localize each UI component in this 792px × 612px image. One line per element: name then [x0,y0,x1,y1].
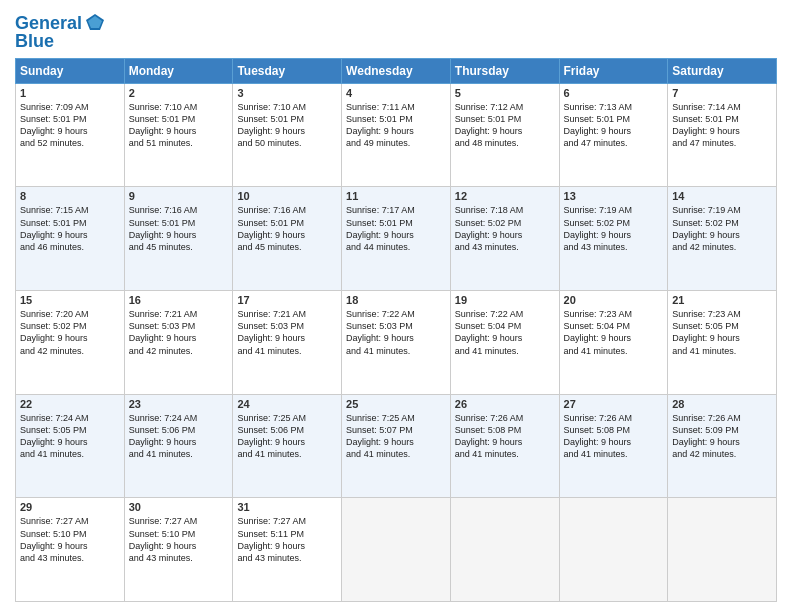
day-number: 14 [672,190,772,202]
calendar-cell: 18Sunrise: 7:22 AMSunset: 5:03 PMDayligh… [342,291,451,395]
cell-info: Sunrise: 7:22 AMSunset: 5:03 PMDaylight:… [346,309,415,355]
calendar-cell: 10Sunrise: 7:16 AMSunset: 5:01 PMDayligh… [233,187,342,291]
day-number: 8 [20,190,120,202]
day-number: 29 [20,501,120,513]
day-number: 20 [564,294,664,306]
day-number: 5 [455,87,555,99]
calendar-cell: 14Sunrise: 7:19 AMSunset: 5:02 PMDayligh… [668,187,777,291]
logo-blue: Blue [15,32,106,52]
col-friday: Friday [559,58,668,83]
cell-info: Sunrise: 7:19 AMSunset: 5:02 PMDaylight:… [672,205,741,251]
cell-info: Sunrise: 7:12 AMSunset: 5:01 PMDaylight:… [455,102,524,148]
cell-info: Sunrise: 7:21 AMSunset: 5:03 PMDaylight:… [129,309,198,355]
day-number: 10 [237,190,337,202]
cell-info: Sunrise: 7:20 AMSunset: 5:02 PMDaylight:… [20,309,89,355]
cell-info: Sunrise: 7:25 AMSunset: 5:07 PMDaylight:… [346,413,415,459]
logo-flag-icon [84,12,106,34]
cell-info: Sunrise: 7:24 AMSunset: 5:05 PMDaylight:… [20,413,89,459]
day-number: 3 [237,87,337,99]
cell-info: Sunrise: 7:10 AMSunset: 5:01 PMDaylight:… [129,102,198,148]
cell-info: Sunrise: 7:26 AMSunset: 5:08 PMDaylight:… [564,413,633,459]
col-sunday: Sunday [16,58,125,83]
day-number: 28 [672,398,772,410]
day-number: 12 [455,190,555,202]
day-number: 27 [564,398,664,410]
calendar-week-row: 29Sunrise: 7:27 AMSunset: 5:10 PMDayligh… [16,498,777,602]
cell-info: Sunrise: 7:21 AMSunset: 5:03 PMDaylight:… [237,309,306,355]
cell-info: Sunrise: 7:22 AMSunset: 5:04 PMDaylight:… [455,309,524,355]
calendar-cell [450,498,559,602]
cell-info: Sunrise: 7:27 AMSunset: 5:10 PMDaylight:… [129,516,198,562]
calendar-table: Sunday Monday Tuesday Wednesday Thursday… [15,58,777,602]
cell-info: Sunrise: 7:13 AMSunset: 5:01 PMDaylight:… [564,102,633,148]
cell-info: Sunrise: 7:09 AMSunset: 5:01 PMDaylight:… [20,102,89,148]
calendar-cell: 13Sunrise: 7:19 AMSunset: 5:02 PMDayligh… [559,187,668,291]
cell-info: Sunrise: 7:17 AMSunset: 5:01 PMDaylight:… [346,205,415,251]
day-number: 22 [20,398,120,410]
calendar-cell: 19Sunrise: 7:22 AMSunset: 5:04 PMDayligh… [450,291,559,395]
day-number: 18 [346,294,446,306]
col-tuesday: Tuesday [233,58,342,83]
day-number: 19 [455,294,555,306]
cell-info: Sunrise: 7:15 AMSunset: 5:01 PMDaylight:… [20,205,89,251]
day-number: 6 [564,87,664,99]
cell-info: Sunrise: 7:14 AMSunset: 5:01 PMDaylight:… [672,102,741,148]
cell-info: Sunrise: 7:18 AMSunset: 5:02 PMDaylight:… [455,205,524,251]
calendar-cell [342,498,451,602]
calendar-cell: 21Sunrise: 7:23 AMSunset: 5:05 PMDayligh… [668,291,777,395]
col-monday: Monday [124,58,233,83]
calendar-week-row: 8Sunrise: 7:15 AMSunset: 5:01 PMDaylight… [16,187,777,291]
calendar-cell: 30Sunrise: 7:27 AMSunset: 5:10 PMDayligh… [124,498,233,602]
logo: General Blue [15,10,106,52]
page: General Blue Sunday Monday Tuesday We [0,0,792,612]
day-number: 13 [564,190,664,202]
calendar-week-row: 22Sunrise: 7:24 AMSunset: 5:05 PMDayligh… [16,394,777,498]
calendar-cell: 31Sunrise: 7:27 AMSunset: 5:11 PMDayligh… [233,498,342,602]
day-number: 31 [237,501,337,513]
cell-info: Sunrise: 7:26 AMSunset: 5:09 PMDaylight:… [672,413,741,459]
day-number: 24 [237,398,337,410]
calendar-cell: 3Sunrise: 7:10 AMSunset: 5:01 PMDaylight… [233,83,342,187]
calendar-cell: 2Sunrise: 7:10 AMSunset: 5:01 PMDaylight… [124,83,233,187]
day-number: 17 [237,294,337,306]
calendar-cell: 7Sunrise: 7:14 AMSunset: 5:01 PMDaylight… [668,83,777,187]
calendar-cell: 24Sunrise: 7:25 AMSunset: 5:06 PMDayligh… [233,394,342,498]
calendar-cell: 11Sunrise: 7:17 AMSunset: 5:01 PMDayligh… [342,187,451,291]
col-saturday: Saturday [668,58,777,83]
calendar-cell: 27Sunrise: 7:26 AMSunset: 5:08 PMDayligh… [559,394,668,498]
calendar-cell: 5Sunrise: 7:12 AMSunset: 5:01 PMDaylight… [450,83,559,187]
day-number: 25 [346,398,446,410]
cell-info: Sunrise: 7:27 AMSunset: 5:10 PMDaylight:… [20,516,89,562]
cell-info: Sunrise: 7:27 AMSunset: 5:11 PMDaylight:… [237,516,306,562]
day-number: 1 [20,87,120,99]
calendar-cell [559,498,668,602]
cell-info: Sunrise: 7:24 AMSunset: 5:06 PMDaylight:… [129,413,198,459]
day-number: 21 [672,294,772,306]
calendar-cell: 23Sunrise: 7:24 AMSunset: 5:06 PMDayligh… [124,394,233,498]
calendar-cell: 28Sunrise: 7:26 AMSunset: 5:09 PMDayligh… [668,394,777,498]
calendar-cell: 1Sunrise: 7:09 AMSunset: 5:01 PMDaylight… [16,83,125,187]
col-wednesday: Wednesday [342,58,451,83]
calendar-cell: 4Sunrise: 7:11 AMSunset: 5:01 PMDaylight… [342,83,451,187]
calendar-cell: 12Sunrise: 7:18 AMSunset: 5:02 PMDayligh… [450,187,559,291]
calendar-cell: 29Sunrise: 7:27 AMSunset: 5:10 PMDayligh… [16,498,125,602]
day-number: 11 [346,190,446,202]
cell-info: Sunrise: 7:26 AMSunset: 5:08 PMDaylight:… [455,413,524,459]
cell-info: Sunrise: 7:16 AMSunset: 5:01 PMDaylight:… [237,205,306,251]
calendar-week-row: 15Sunrise: 7:20 AMSunset: 5:02 PMDayligh… [16,291,777,395]
calendar-cell: 15Sunrise: 7:20 AMSunset: 5:02 PMDayligh… [16,291,125,395]
calendar-cell: 8Sunrise: 7:15 AMSunset: 5:01 PMDaylight… [16,187,125,291]
calendar-cell: 16Sunrise: 7:21 AMSunset: 5:03 PMDayligh… [124,291,233,395]
calendar-week-row: 1Sunrise: 7:09 AMSunset: 5:01 PMDaylight… [16,83,777,187]
header: General Blue [15,10,777,52]
cell-info: Sunrise: 7:25 AMSunset: 5:06 PMDaylight:… [237,413,306,459]
cell-info: Sunrise: 7:16 AMSunset: 5:01 PMDaylight:… [129,205,198,251]
calendar-cell: 20Sunrise: 7:23 AMSunset: 5:04 PMDayligh… [559,291,668,395]
cell-info: Sunrise: 7:19 AMSunset: 5:02 PMDaylight:… [564,205,633,251]
day-number: 23 [129,398,229,410]
day-number: 16 [129,294,229,306]
calendar-cell: 25Sunrise: 7:25 AMSunset: 5:07 PMDayligh… [342,394,451,498]
calendar-cell [668,498,777,602]
day-number: 9 [129,190,229,202]
calendar-header-row: Sunday Monday Tuesday Wednesday Thursday… [16,58,777,83]
